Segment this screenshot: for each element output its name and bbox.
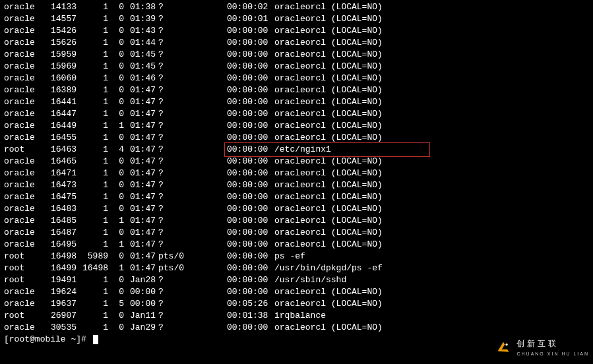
- col-cmd: oracleorcl (LOCAL=NO): [274, 73, 383, 84]
- process-row: oracle159591001:45?00:00:00oracleorcl (L…: [4, 49, 589, 61]
- col-stime: 01:47: [124, 132, 156, 144]
- col-user: oracle: [4, 120, 45, 132]
- col-time: 00:00:00: [227, 322, 274, 334]
- col-pid: 19624: [45, 286, 77, 298]
- col-stime: Jan28: [124, 274, 156, 286]
- col-stime: Jan11: [124, 310, 156, 322]
- col-ppid: 1: [77, 156, 108, 167]
- col-pid: 14133: [45, 1, 77, 13]
- col-pid: 16389: [45, 84, 77, 96]
- col-user: oracle: [4, 73, 45, 84]
- process-row: oracle163891001:47?00:00:00oracleorcl (L…: [4, 84, 589, 96]
- col-ppid: 1: [77, 191, 108, 203]
- col-time: 00:00:00: [227, 108, 274, 120]
- process-row: oracle154261001:43?00:00:00oracleorcl (L…: [4, 25, 589, 37]
- col-time: 00:00:00: [227, 274, 274, 286]
- process-row: oracle196371500:00?00:05:26oracleorcl (L…: [4, 298, 589, 310]
- col-ppid: 1: [77, 61, 108, 73]
- col-user: oracle: [4, 84, 45, 96]
- col-stime: 01:47: [124, 239, 156, 251]
- process-row: root1649916498101:47pts/000:00:00/usr/bi…: [4, 262, 589, 274]
- col-time: 00:00:00: [227, 96, 274, 108]
- col-c: 0: [108, 84, 124, 96]
- col-stime: Jan29: [124, 322, 156, 334]
- col-c: 0: [108, 310, 124, 322]
- col-c: 0: [108, 37, 124, 49]
- col-time: 00:00:00: [227, 179, 274, 191]
- col-ppid: 1: [77, 84, 108, 96]
- col-c: 0: [108, 191, 124, 203]
- col-tty: ?: [156, 179, 190, 191]
- col-c: 0: [108, 251, 124, 262]
- col-user: oracle: [4, 167, 45, 179]
- col-pid: 16463: [45, 144, 77, 156]
- col-pid: 16449: [45, 120, 77, 132]
- col-cmd: oracleorcl (LOCAL=NO): [274, 13, 383, 25]
- col-ppid: 1: [77, 239, 108, 251]
- col-tty: ?: [156, 191, 190, 203]
- col-tty: ?: [156, 274, 190, 286]
- col-stime: 01:47: [124, 191, 156, 203]
- col-user: oracle: [4, 156, 45, 167]
- col-cmd: oracleorcl (LOCAL=NO): [274, 203, 383, 215]
- col-c: 0: [108, 227, 124, 239]
- col-ppid: 1: [77, 322, 108, 334]
- col-cmd: ps -ef: [274, 251, 305, 262]
- terminal-output[interactable]: oracle141331001:38?00:00:02oracleorcl (L…: [0, 0, 593, 347]
- col-time: 00:00:00: [227, 84, 274, 96]
- col-ppid: 5989: [77, 251, 108, 262]
- col-ppid: 1: [77, 167, 108, 179]
- col-ppid: 1: [77, 215, 108, 227]
- process-row: root164631401:47?00:00:00/etc/nginx1: [4, 144, 589, 156]
- col-stime: 00:00: [124, 298, 156, 310]
- col-c: 1: [108, 120, 124, 132]
- process-row: oracle164831001:47?00:00:00oracleorcl (L…: [4, 203, 589, 215]
- col-pid: 16498: [45, 251, 77, 262]
- col-stime: 01:39: [124, 13, 156, 25]
- col-tty: ?: [156, 215, 190, 227]
- col-stime: 01:47: [124, 262, 156, 274]
- col-user: oracle: [4, 191, 45, 203]
- col-time: 00:00:00: [227, 262, 274, 274]
- col-pid: 16447: [45, 108, 77, 120]
- col-user: oracle: [4, 203, 45, 215]
- col-user: oracle: [4, 37, 45, 49]
- col-pid: 16473: [45, 179, 77, 191]
- col-c: 0: [108, 96, 124, 108]
- col-cmd: oracleorcl (LOCAL=NO): [274, 1, 383, 13]
- col-pid: 16475: [45, 191, 77, 203]
- col-cmd: oracleorcl (LOCAL=NO): [274, 179, 383, 191]
- col-time: 00:00:00: [227, 227, 274, 239]
- col-tty: ?: [156, 73, 190, 84]
- col-c: 0: [108, 132, 124, 144]
- col-tty: ?: [156, 322, 190, 334]
- col-tty: pts/0: [156, 251, 190, 262]
- col-tty: ?: [156, 144, 190, 156]
- col-tty: ?: [156, 1, 190, 13]
- col-cmd: oracleorcl (LOCAL=NO): [274, 322, 383, 334]
- col-stime: 01:47: [124, 96, 156, 108]
- col-cmd: oracleorcl (LOCAL=NO): [274, 191, 383, 203]
- col-pid: 14557: [45, 13, 77, 25]
- col-pid: 15426: [45, 25, 77, 37]
- col-ppid: 1: [77, 25, 108, 37]
- col-ppid: 1: [77, 108, 108, 120]
- col-stime: 01:47: [124, 251, 156, 262]
- col-time: 00:01:38: [227, 310, 274, 322]
- col-time: 00:00:00: [227, 120, 274, 132]
- col-tty: ?: [156, 37, 190, 49]
- col-tty: ?: [156, 96, 190, 108]
- col-stime: 01:47: [124, 167, 156, 179]
- process-row: oracle164951101:47?00:00:00oracleorcl (L…: [4, 239, 589, 251]
- col-pid: 15959: [45, 49, 77, 61]
- col-user: oracle: [4, 25, 45, 37]
- col-cmd: oracleorcl (LOCAL=NO): [274, 239, 383, 251]
- col-cmd: /usr/sbin/sshd: [274, 274, 346, 286]
- col-c: 0: [108, 156, 124, 167]
- col-c: 0: [108, 286, 124, 298]
- process-row: oracle145571001:39?00:00:01oracleorcl (L…: [4, 13, 589, 25]
- col-pid: 26907: [45, 310, 77, 322]
- col-stime: 01:47: [124, 108, 156, 120]
- col-pid: 16483: [45, 203, 77, 215]
- watermark-subtitle: CHUANG XIN HU LIAN: [516, 348, 589, 360]
